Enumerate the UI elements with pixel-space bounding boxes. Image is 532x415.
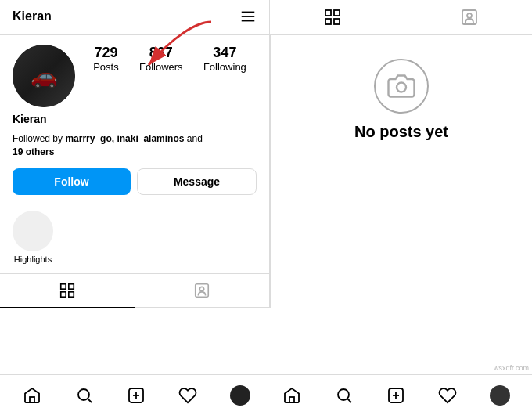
tab-tagged[interactable] bbox=[135, 274, 269, 307]
followers-label: Followers bbox=[139, 61, 183, 73]
no-posts-panel: No posts yet bbox=[270, 35, 532, 308]
svg-rect-13 bbox=[196, 283, 209, 297]
followed-by-users: marrry_go, inaki_alaminos bbox=[65, 133, 184, 144]
follow-button[interactable]: Follow bbox=[13, 168, 131, 195]
camera-circle bbox=[374, 59, 429, 114]
svg-point-8 bbox=[467, 13, 472, 18]
message-button[interactable]: Message bbox=[137, 168, 257, 195]
svg-rect-23 bbox=[289, 397, 294, 402]
svg-point-14 bbox=[200, 287, 204, 291]
camera-icon bbox=[387, 72, 415, 100]
nav-home[interactable] bbox=[15, 378, 49, 413]
header-username: Kieran bbox=[13, 9, 52, 23]
posts-stat: 729 Posts bbox=[93, 45, 119, 73]
followers-count: 867 bbox=[149, 45, 173, 61]
posts-count: 729 bbox=[94, 45, 117, 61]
svg-rect-7 bbox=[462, 10, 476, 24]
svg-line-19 bbox=[88, 399, 92, 402]
followed-by-section: Followed by marrry_go, inaki_alaminos an… bbox=[0, 129, 269, 165]
svg-rect-12 bbox=[69, 291, 74, 296]
svg-rect-10 bbox=[69, 283, 74, 288]
nav-profile-avatar[interactable] bbox=[223, 378, 257, 413]
grid-view-icon[interactable] bbox=[323, 8, 342, 27]
nav-add[interactable] bbox=[119, 378, 153, 413]
nav-heart[interactable] bbox=[171, 378, 205, 413]
menu-icon[interactable] bbox=[239, 8, 257, 25]
svg-rect-11 bbox=[61, 291, 66, 296]
posts-label: Posts bbox=[93, 61, 119, 73]
svg-point-18 bbox=[78, 389, 89, 400]
followed-by-others[interactable]: 19 others bbox=[13, 146, 54, 157]
svg-point-15 bbox=[397, 83, 406, 92]
highlight-circle[interactable] bbox=[13, 211, 53, 251]
nav-search-2[interactable] bbox=[327, 378, 361, 413]
svg-point-24 bbox=[338, 389, 349, 400]
following-stat[interactable]: 347 Following bbox=[203, 45, 246, 73]
svg-rect-9 bbox=[61, 283, 66, 288]
nav-search[interactable] bbox=[67, 378, 102, 413]
no-posts-title: No posts yet bbox=[354, 123, 448, 141]
tagged-view-icon[interactable] bbox=[460, 8, 479, 27]
nav-home-2[interactable] bbox=[275, 378, 309, 413]
avatar bbox=[13, 45, 75, 107]
nav-profile-avatar-2[interactable] bbox=[483, 378, 517, 413]
svg-rect-6 bbox=[334, 19, 340, 24]
followers-stat[interactable]: 867 Followers bbox=[139, 45, 183, 73]
tab-tagged-icon bbox=[193, 282, 210, 299]
following-label: Following bbox=[203, 61, 246, 73]
following-count: 347 bbox=[213, 45, 236, 61]
bottom-nav bbox=[0, 374, 532, 415]
highlights-label: Highlights bbox=[13, 254, 53, 264]
nav-add-2[interactable] bbox=[379, 378, 413, 413]
svg-line-25 bbox=[347, 399, 351, 402]
tab-grid-icon bbox=[59, 282, 76, 299]
svg-rect-3 bbox=[325, 10, 331, 16]
nav-heart-2[interactable] bbox=[430, 378, 465, 413]
tab-grid[interactable] bbox=[0, 274, 135, 307]
svg-rect-17 bbox=[30, 397, 34, 402]
watermark: wsxdfr.com bbox=[494, 364, 529, 372]
svg-rect-5 bbox=[325, 19, 331, 24]
username: Kieran bbox=[13, 113, 47, 125]
svg-rect-4 bbox=[334, 10, 340, 16]
